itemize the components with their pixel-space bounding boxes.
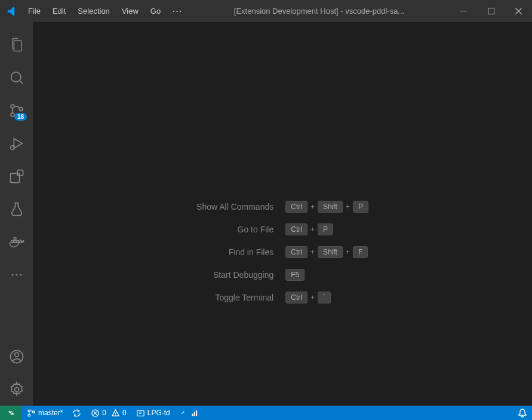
key-plus: + (310, 248, 315, 256)
activity-bar: 18 (0, 22, 33, 406)
shortcut-label: Show All Commands (196, 202, 273, 211)
svg-rect-25 (194, 412, 195, 416)
key: Ctrl (285, 223, 307, 235)
search-icon[interactable] (0, 61, 33, 94)
vscode-logo (0, 6, 22, 17)
key: P (318, 223, 333, 235)
problems-button[interactable]: 0 0 (86, 406, 131, 420)
account-icon[interactable] (0, 340, 33, 373)
planner-button[interactable]: LPG-td (131, 406, 175, 420)
error-count: 0 (102, 409, 106, 417)
menu-go[interactable]: Go (144, 3, 167, 19)
svg-point-4 (11, 113, 14, 117)
branch-button[interactable]: master* (22, 406, 67, 420)
shortcut-label: Go to File (196, 225, 273, 234)
svg-point-19 (28, 410, 30, 412)
svg-point-14 (16, 274, 17, 275)
extensions-icon[interactable] (0, 160, 33, 192)
key: F5 (285, 269, 305, 281)
menu-selection[interactable]: Selection (72, 3, 115, 19)
main-area: 18 Show All Commands Ctrl (0, 22, 532, 406)
titlebar: File Edit Selection View Go ··· [Extensi… (0, 0, 532, 22)
window-controls (450, 0, 532, 22)
source-control-icon[interactable]: 18 (0, 94, 33, 127)
branch-name: master* (38, 409, 63, 417)
key-plus: + (346, 248, 350, 256)
svg-point-3 (11, 105, 14, 108)
shortcut-label: Toggle Terminal (196, 293, 273, 302)
status-bar: master* 0 0 LPG-td (0, 406, 532, 420)
shortcut-keys: Ctrl + P (285, 223, 368, 235)
shortcut-keys: Ctrl + Shift + F (285, 246, 368, 258)
close-button[interactable] (505, 0, 532, 22)
window-title: [Extension Development Host] - vscode-pd… (189, 7, 450, 16)
svg-point-15 (20, 274, 21, 275)
svg-point-2 (11, 72, 20, 81)
welcome-shortcuts: Show All Commands Ctrl + Shift + P Go to… (196, 201, 368, 303)
key: Ctrl (285, 246, 307, 258)
shortcut-keys: Ctrl + Shift + P (285, 201, 368, 213)
svg-point-20 (28, 414, 30, 416)
notifications-button[interactable] (513, 406, 532, 420)
svg-rect-0 (460, 11, 467, 11)
svg-point-18 (14, 387, 19, 391)
svg-rect-8 (17, 170, 23, 175)
maximize-button[interactable] (477, 0, 505, 22)
svg-point-13 (11, 274, 13, 275)
svg-rect-1 (488, 8, 494, 14)
svg-rect-26 (196, 410, 197, 416)
svg-point-17 (14, 352, 19, 357)
svg-rect-12 (14, 238, 16, 240)
docker-icon[interactable] (0, 225, 33, 258)
key: Ctrl (285, 292, 307, 303)
explorer-icon[interactable] (0, 28, 33, 61)
warning-count: 0 (122, 409, 127, 417)
key: Shift (318, 201, 343, 213)
debug-icon[interactable] (0, 127, 33, 160)
key: Shift (318, 246, 343, 258)
test-icon[interactable] (0, 192, 33, 225)
sync-button[interactable] (67, 406, 86, 420)
menu-file[interactable]: File (22, 3, 47, 19)
svg-rect-23 (137, 410, 144, 415)
key: P (353, 201, 368, 213)
menu-bar: File Edit Selection View Go ··· (22, 3, 189, 19)
key-plus: + (310, 293, 315, 302)
svg-rect-24 (192, 413, 193, 416)
shortcut-label: Find in Files (196, 247, 273, 257)
remote-button[interactable] (0, 406, 22, 420)
key-plus: + (346, 203, 350, 211)
menu-view[interactable]: View (116, 3, 144, 19)
graph-button[interactable] (175, 406, 204, 420)
menu-edit[interactable]: Edit (47, 3, 72, 19)
shortcut-label: Start Debugging (196, 270, 273, 280)
minimize-button[interactable] (450, 0, 477, 22)
editor-area: Show All Commands Ctrl + Shift + P Go to… (33, 22, 532, 406)
key: F (353, 246, 368, 258)
shortcut-keys: F5 (285, 269, 368, 281)
more-icon[interactable] (0, 258, 33, 291)
key-plus: + (310, 203, 315, 211)
svg-rect-7 (10, 173, 19, 182)
key: Ctrl (285, 201, 307, 213)
planner-name: LPG-td (147, 409, 170, 417)
shortcut-keys: Ctrl + ` (285, 292, 368, 303)
key: ` (318, 292, 331, 303)
key-plus: + (310, 225, 315, 234)
menu-more-icon[interactable]: ··· (167, 3, 189, 19)
settings-icon[interactable] (0, 373, 33, 406)
scm-badge: 18 (14, 113, 27, 121)
